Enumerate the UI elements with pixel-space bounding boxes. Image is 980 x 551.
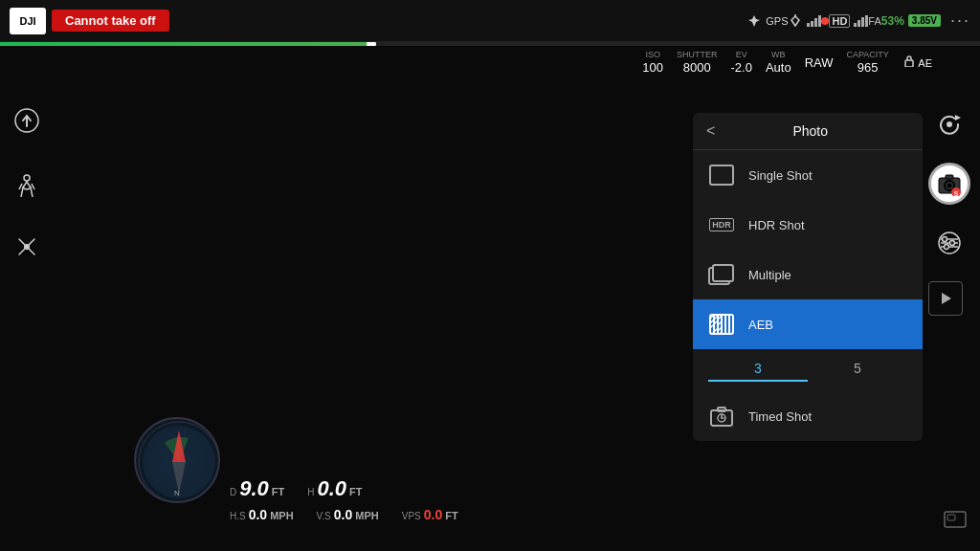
multiple-item[interactable]: Multiple — [693, 250, 923, 299]
iso-label: ISO — [645, 50, 660, 59]
ev-setting[interactable]: EV -2.0 — [731, 50, 752, 75]
antenna-indicator — [788, 14, 821, 28]
ev-label: EV — [736, 50, 747, 59]
height-indicator: H 0.0 FT — [307, 476, 362, 501]
timed-shot-item[interactable]: Timed Shot — [693, 391, 923, 441]
telemetry-panel: D 9.0 FT H 0.0 FT H.S 0.0 MPH V.S 0.0 MP… — [230, 476, 458, 522]
antenna-icon — [788, 14, 803, 28]
aeb-svg — [709, 314, 734, 335]
vspeed-value: 0.0 — [334, 507, 352, 522]
iso-value: 100 — [642, 60, 663, 75]
timed-shot-label: Timed Shot — [748, 409, 812, 424]
svg-point-18 — [943, 237, 947, 242]
signal-bars — [807, 15, 821, 27]
timed-shot-icon — [708, 403, 735, 430]
aeb-item[interactable]: AEB — [693, 299, 923, 349]
upload-button[interactable] — [10, 103, 44, 138]
vps-label: VPS — [402, 511, 421, 521]
hspeed-value: 0.0 — [249, 507, 267, 522]
left-sidebar — [10, 103, 44, 264]
svg-text:S: S — [954, 190, 959, 196]
status-label: Cannot take off — [52, 10, 169, 32]
format-setting[interactable]: RAW — [805, 55, 834, 70]
back-button[interactable]: < — [706, 122, 715, 140]
wb-value: Auto — [766, 60, 791, 75]
playback-button[interactable] — [928, 281, 963, 316]
battery-percent: 53% — [881, 14, 904, 28]
figure-button[interactable] — [10, 166, 44, 201]
dji-logo: DJI — [10, 8, 46, 34]
shutter-setting[interactable]: SHUTTER 8000 — [677, 50, 718, 75]
upload-icon — [13, 107, 40, 134]
single-shot-svg — [709, 165, 734, 186]
ev-value: -2.0 — [731, 60, 752, 75]
wb-label: WB — [771, 50, 786, 59]
aeb-subopts: 3 5 — [693, 349, 923, 391]
ae-label: AE — [902, 55, 932, 69]
hdr-shot-item[interactable]: HDR HDR Shot — [693, 200, 923, 250]
camera-icon: S — [937, 171, 962, 196]
multiple-icon — [708, 261, 735, 288]
single-shot-item[interactable]: Single Shot — [693, 150, 923, 200]
distance-unit: FT — [272, 486, 284, 497]
bottom-right-icon[interactable] — [944, 511, 967, 532]
format-value: RAW — [805, 55, 834, 70]
hspeed-indicator: H.S 0.0 MPH — [230, 507, 294, 522]
hdr-icon: HDR — [708, 211, 735, 238]
multiple-svg — [708, 264, 735, 285]
battery-indicator: 53% 3.85V — [881, 14, 941, 28]
photo-panel-title: Photo — [724, 123, 896, 139]
svg-rect-26 — [710, 165, 733, 185]
aeb-opt-3[interactable]: 3 — [708, 357, 808, 382]
hspeed-label: H.S — [230, 511, 246, 521]
hspeed-unit: MPH — [270, 510, 293, 521]
battery-volt: 3.85V — [908, 14, 941, 27]
height-label: H — [307, 487, 314, 497]
screen-icon — [944, 511, 967, 528]
crosshair-button[interactable] — [10, 230, 44, 264]
compass-north-label: N — [174, 489, 180, 497]
rotate-icon — [936, 111, 963, 138]
svg-rect-49 — [947, 515, 955, 520]
iso-setting[interactable]: ISO 100 — [642, 50, 663, 75]
fa-indicator: FA — [868, 15, 880, 27]
hd-label: HD — [829, 14, 850, 28]
svg-line-5 — [32, 184, 34, 189]
capacity-label: CAPACITY — [847, 50, 889, 59]
distance-indicator: D 9.0 FT — [230, 476, 284, 501]
compass: N — [134, 417, 220, 503]
distance-value: 9.0 — [239, 476, 269, 501]
hd-signal-bars — [854, 15, 868, 27]
svg-point-3 — [24, 175, 30, 181]
more-button[interactable]: ··· — [950, 11, 970, 31]
vspeed-label: V.S — [317, 511, 331, 521]
timed-shot-svg — [709, 404, 734, 429]
camera-settings-bar: ISO 100 SHUTTER 8000 EV -2.0 WB Auto RAW… — [642, 46, 932, 78]
photo-panel-header: < Photo — [693, 113, 923, 150]
single-shot-icon — [708, 162, 735, 188]
crosshair-icon — [13, 233, 40, 260]
record-dot — [821, 17, 829, 25]
drone-icon — [746, 13, 762, 29]
vspeed-unit: MPH — [355, 510, 378, 521]
hd-indicator: HD — [829, 14, 868, 28]
wb-setting[interactable]: WB Auto — [766, 50, 791, 75]
shutter-value: 8000 — [683, 60, 711, 75]
filter-settings-button[interactable] — [928, 222, 970, 264]
vps-unit: FT — [445, 510, 457, 521]
aeb-opt-5[interactable]: 5 — [808, 357, 907, 382]
right-sidebar: S — [928, 103, 970, 316]
ae-setting[interactable]: AE — [902, 55, 932, 69]
capacity-setting[interactable]: CAPACITY 965 — [847, 50, 889, 75]
shutter-label: SHUTTER — [677, 50, 718, 59]
svg-rect-1 — [905, 60, 913, 67]
svg-point-11 — [947, 184, 952, 188]
settings-icon — [937, 231, 962, 255]
gps-indicator: GPS — [746, 13, 788, 29]
svg-point-7 — [947, 121, 952, 127]
capacity-value: 965 — [858, 60, 879, 75]
shutter-button[interactable]: S — [928, 163, 970, 205]
distance-label: D — [230, 487, 236, 497]
svg-point-20 — [945, 245, 949, 250]
rotate-camera-button[interactable] — [928, 103, 970, 145]
